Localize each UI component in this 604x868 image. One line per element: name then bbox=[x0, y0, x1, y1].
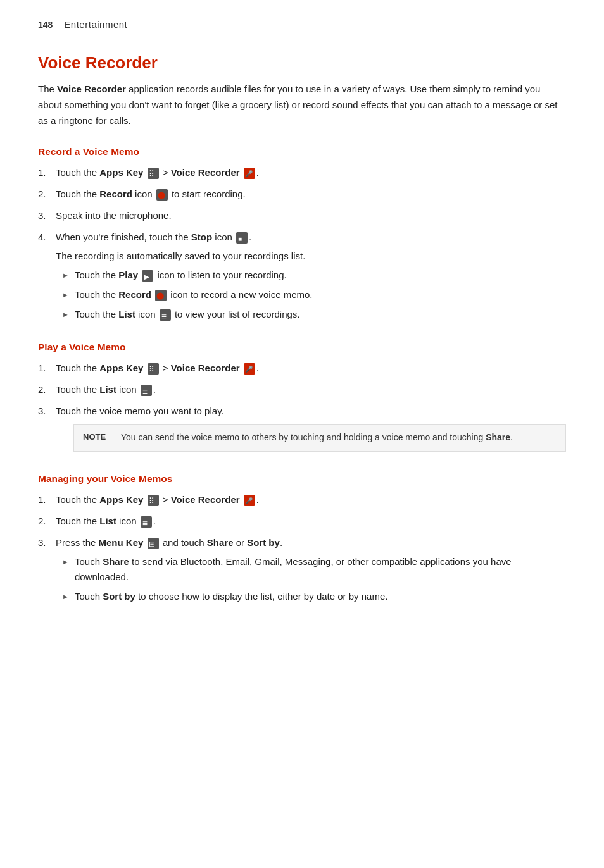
auto-save-note: The recording is automatically saved to … bbox=[56, 249, 566, 264]
note-label: NOTE bbox=[83, 431, 115, 445]
managing-step-1: 1. Touch the Apps Key > Voice Recorder . bbox=[38, 492, 566, 507]
voice-recorder-icon-2 bbox=[244, 363, 255, 375]
record-step-4: 4. When you're finished, touch the Stop … bbox=[38, 230, 566, 326]
sub-item-list: ► Touch the List icon to view your list … bbox=[62, 307, 566, 322]
record-step-3: 3. Speak into the microphone. bbox=[38, 208, 566, 223]
managing-step-3: 3. Press the Menu Key and touch Share or… bbox=[38, 535, 566, 609]
managing-sub-sortby: ► Touch Sort by to choose how to display… bbox=[62, 589, 566, 604]
sub-item-play: ► Touch the Play icon to listen to your … bbox=[62, 268, 566, 283]
intro-text: The Voice Recorder application records a… bbox=[38, 82, 566, 128]
apps-key-icon bbox=[148, 168, 159, 179]
play-step-1: 1. Touch the Apps Key > Voice Recorder . bbox=[38, 361, 566, 376]
note-box: NOTE You can send the voice memo to othe… bbox=[73, 424, 566, 452]
page-header-title: Entertainment bbox=[64, 19, 127, 30]
record-icon bbox=[156, 189, 168, 201]
apps-key-icon-3 bbox=[148, 495, 159, 506]
arrow-icon-5: ► bbox=[62, 592, 70, 603]
subsection-title-record: Record a Voice Memo bbox=[38, 146, 566, 158]
page-header: 148 Entertainment bbox=[38, 19, 566, 34]
page: 148 Entertainment Voice Recorder The Voi… bbox=[0, 0, 604, 653]
list-icon-3 bbox=[141, 516, 152, 528]
list-icon bbox=[160, 309, 171, 321]
managing-step-2: 2. Touch the List icon . bbox=[38, 514, 566, 529]
managing-sub-list: ► Touch Share to send via Bluetooth, Ema… bbox=[62, 554, 566, 604]
arrow-icon-3: ► bbox=[62, 309, 70, 321]
voice-recorder-icon-3 bbox=[244, 495, 255, 506]
arrow-icon: ► bbox=[62, 270, 70, 282]
managing-sub-share: ► Touch Share to send via Bluetooth, Ema… bbox=[62, 554, 566, 585]
page-number: 148 bbox=[38, 20, 53, 30]
menu-key-icon bbox=[148, 538, 159, 549]
play-step-3: 3. Touch the voice memo you want to play… bbox=[38, 404, 566, 458]
arrow-icon-2: ► bbox=[62, 290, 70, 301]
record-sub-list: ► Touch the Play icon to listen to your … bbox=[62, 268, 566, 322]
play-icon bbox=[142, 270, 153, 282]
sub-item-record-new: ► Touch the Record icon to record a new … bbox=[62, 287, 566, 302]
subsection-title-managing: Managing your Voice Memos bbox=[38, 473, 566, 485]
voice-recorder-icon bbox=[244, 168, 255, 179]
list-icon-2 bbox=[141, 385, 152, 396]
apps-key-icon-2 bbox=[148, 363, 159, 375]
note-content: You can send the voice memo to others by… bbox=[121, 431, 557, 445]
arrow-icon-4: ► bbox=[62, 557, 70, 568]
record-step-1: 1. Touch the Apps Key > Voice Recorder . bbox=[38, 165, 566, 180]
subsection-title-play: Play a Voice Memo bbox=[38, 342, 566, 353]
section-title: Voice Recorder bbox=[38, 53, 566, 73]
play-step-2: 2. Touch the List icon . bbox=[38, 382, 566, 397]
record-icon-2 bbox=[155, 290, 167, 301]
record-step-2: 2. Touch the Record icon to start record… bbox=[38, 187, 566, 202]
stop-icon bbox=[236, 232, 248, 244]
